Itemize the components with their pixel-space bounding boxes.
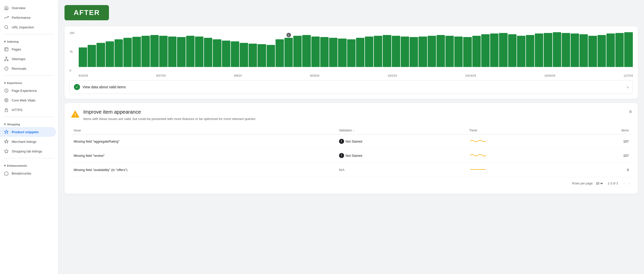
chart-bar [106,41,114,67]
chart-bar [186,36,195,67]
pages-icon [4,47,9,52]
sidebar-item-overview[interactable]: Overview [0,3,56,13]
sidebar-item-breadcrumbs[interactable]: Breadcrumbs [0,168,56,178]
col-issue: Issue [71,127,336,134]
sort-arrow-icon: ↓ [353,129,355,132]
valid-items-row[interactable]: ✓ View data about valid items › [70,80,633,94]
improve-title: Improve item appearance [83,109,255,115]
table-cell-items: 157 [572,148,632,163]
chart-bar [123,38,132,67]
table-row[interactable]: Missing field "availability" (in "offers… [71,163,632,177]
svg-rect-2 [5,47,8,51]
sidebar-item-product-snippets[interactable]: Product snippets [0,127,56,137]
sidebar-item-performance-label: Performance [12,16,30,20]
chevron-down-icon: ▾ [4,40,6,43]
improve-subtitle: Items with these issues are valid, but c… [83,116,255,122]
table-cell-items: 157 [572,134,632,148]
sidebar-divider-3 [4,117,54,117]
table-cell-trend [466,134,572,148]
pagination-nav: ‹ › [622,180,632,187]
table-cell-trend [466,148,572,163]
chart-bar [96,43,105,67]
sidebar-item-https[interactable]: HTTPS [0,105,56,115]
svg-point-16 [6,99,7,101]
chart-bar [257,44,266,67]
sidebar-item-core-web-vitals[interactable]: Core Web Vitals [0,95,56,105]
chart-bar [490,33,498,67]
sidebar-section-shopping: ▾ Shopping [0,119,58,127]
valid-items-left: ✓ View data about valid items [74,84,126,90]
pagination-next-button[interactable]: › [627,180,632,187]
chart-bar [508,34,517,67]
chart-bar [410,37,418,67]
table-cell-items: 0 [572,163,632,177]
sidebar-item-page-experience[interactable]: Page Experience [0,86,56,95]
table-row[interactable]: Missing field "review"!Not Started157 [71,148,632,163]
chart-bar [428,36,436,67]
chart-bar [213,39,221,67]
improve-header: Improve item appearance Items with these… [71,109,632,122]
svg-line-1 [7,28,8,29]
sidebar-section-experience: ▾ Experience [0,78,58,86]
chart-bar [374,36,382,67]
sidebar: Overview Performance URL inspection ▾ In… [0,0,58,274]
improve-text-block: Improve item appearance Items with these… [83,109,255,122]
chart-bar [320,37,329,67]
merchant-listings-icon [4,139,9,144]
col-validation: Validation ↓ [336,127,466,134]
table-cell-validation: !Not Started [336,134,466,148]
chevron-down-icon-3: ▾ [4,123,6,126]
pagination-prev-button[interactable]: ‹ [622,180,626,187]
chart-bar [365,37,373,67]
home-icon [4,6,9,10]
sidebar-item-core-web-vitals-label: Core Web Vitals [12,98,35,102]
sidebar-item-url-inspection[interactable]: URL inspection [0,22,56,32]
col-trend: Trend [466,127,572,134]
chart-bar [571,33,579,67]
chart-bar [79,47,87,67]
table-cell-issue: Missing field "review" [71,148,336,163]
chart-y-labels: 150 75 0 [70,31,77,72]
rows-per-page-label: Rows per page: [572,182,593,185]
table-cell-trend [466,163,572,177]
sidebar-divider-4 [4,158,54,158]
chart-bar [535,33,543,67]
chart-bar [338,39,346,67]
chart-bar [204,38,212,67]
page-experience-icon [4,88,9,93]
rows-per-page-select[interactable]: 10 25 50 [595,181,604,185]
sidebar-item-breadcrumbs-label: Breadcrumbs [12,172,31,175]
chart-bar [383,35,391,67]
svg-rect-5 [6,57,7,58]
sidebar-item-merchant-listings[interactable]: Merchant listings [0,137,56,146]
sidebar-item-performance[interactable]: Performance [0,13,56,22]
filter-icon[interactable]: ≡ [629,109,632,114]
sidebar-item-pages-label: Pages [12,47,21,51]
pagination-rows-per-page: Rows per page: 10 25 50 [572,181,604,185]
chart-bars-area [79,31,633,67]
sidebar-item-sitemaps[interactable]: Sitemaps [0,54,56,64]
sidebar-item-removals[interactable]: Removals [0,64,56,73]
improve-card: Improve item appearance Items with these… [65,103,638,194]
svg-rect-7 [7,60,8,61]
chart-bar [401,37,409,67]
valid-items-arrow: › [627,84,629,90]
sidebar-divider-1 [4,34,54,34]
chart-bar [168,37,176,67]
trend-flat-icon [469,166,487,173]
chart-bar [544,33,552,67]
sidebar-divider-2 [4,75,54,76]
table-cell-issue: Missing field "availability" (in "offers… [71,163,336,177]
chart-x-label: 10/2/24 [388,74,397,77]
trend-wavy-icon [469,138,487,144]
chart-bar [356,38,364,67]
sidebar-section-indexing: ▾ Indexing [0,36,58,44]
chart-bar [588,36,597,67]
chart-x-label: 10/14/24 [465,74,476,77]
improve-title-area: Improve item appearance Items with these… [71,109,255,122]
chart-bar [249,44,257,67]
table-row[interactable]: Missing field "aggregateRating"!Not Star… [71,134,632,148]
sidebar-item-shopping-tab-listings[interactable]: Shopping tab listings [0,146,56,156]
chart-bar [276,39,284,67]
sidebar-item-pages[interactable]: Pages [0,44,56,54]
